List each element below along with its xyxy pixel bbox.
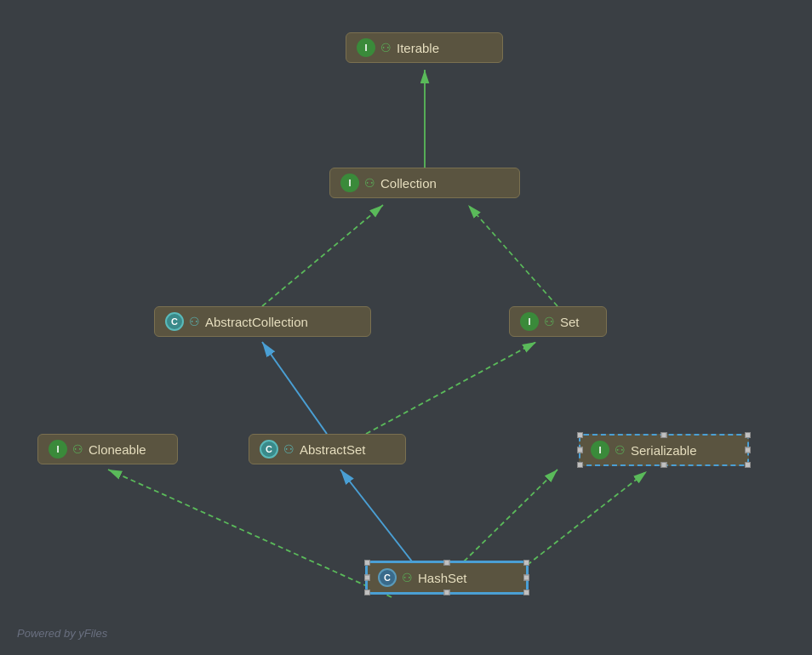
badge-cloneable: I [49, 440, 67, 458]
badge-collection: I [340, 174, 359, 192]
badge-hashset: C [378, 568, 397, 587]
node-abstractset[interactable]: C ⚇ AbstractSet [249, 434, 406, 464]
badge-abstractset: C [260, 440, 278, 458]
label-hashset: HashSet [418, 571, 467, 585]
arrows-layer [0, 0, 812, 655]
svg-line-5 [340, 470, 412, 561]
link-icon-serializable: ⚇ [615, 443, 626, 457]
svg-line-1 [262, 205, 383, 306]
watermark: Powered by yFiles [17, 627, 107, 640]
node-hashset[interactable]: C ⚇ HashSet [366, 561, 528, 594]
node-cloneable[interactable]: I ⚇ Cloneable [37, 434, 178, 464]
node-iterable[interactable]: I ⚇ Iterable [346, 32, 503, 63]
link-icon-collection: ⚇ [364, 176, 375, 190]
badge-serializable: I [591, 441, 609, 459]
svg-line-6 [464, 470, 558, 561]
label-abstractset: AbstractSet [300, 442, 366, 457]
link-icon-cloneable: ⚇ [72, 442, 83, 456]
badge-iterable: I [357, 38, 375, 57]
node-serializable[interactable]: I ⚇ Serializable [579, 434, 749, 466]
label-cloneable: Cloneable [89, 442, 146, 457]
svg-line-4 [366, 342, 536, 434]
label-abstractcollection: AbstractCollection [205, 315, 308, 329]
svg-line-7 [108, 470, 392, 597]
label-set: Set [560, 315, 580, 329]
link-icon-set: ⚇ [544, 315, 555, 328]
node-collection[interactable]: I ⚇ Collection [329, 168, 520, 198]
label-iterable: Iterable [397, 41, 439, 55]
svg-line-3 [262, 342, 327, 434]
link-icon-hashset: ⚇ [402, 571, 413, 584]
badge-set: I [520, 312, 539, 331]
badge-abstractcollection: C [165, 312, 184, 331]
node-set[interactable]: I ⚇ Set [509, 306, 607, 337]
diagram-canvas: I ⚇ Iterable I ⚇ Collection C ⚇ Abstract… [0, 0, 812, 655]
label-serializable: Serializable [631, 443, 697, 458]
svg-line-2 [468, 205, 558, 306]
label-collection: Collection [380, 176, 437, 191]
link-icon-abstractset: ⚇ [283, 442, 294, 456]
link-icon-iterable: ⚇ [380, 41, 392, 54]
link-icon-abstractcollection: ⚇ [189, 315, 200, 328]
node-abstractcollection[interactable]: C ⚇ AbstractCollection [154, 306, 371, 337]
